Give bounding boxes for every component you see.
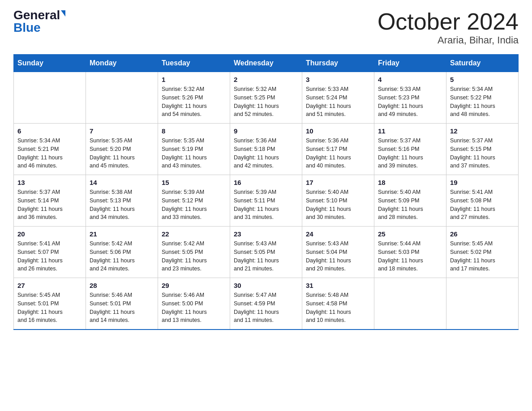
day-info: Sunrise: 5:35 AM Sunset: 5:19 PM Dayligh…: [162, 137, 226, 170]
calendar-cell: 19Sunrise: 5:41 AM Sunset: 5:08 PM Dayli…: [446, 175, 519, 227]
day-of-week-header: Monday: [86, 55, 158, 72]
day-number: 9: [234, 127, 298, 135]
day-info: Sunrise: 5:48 AM Sunset: 4:58 PM Dayligh…: [306, 291, 370, 325]
calendar-cell: 1Sunrise: 5:32 AM Sunset: 5:26 PM Daylig…: [158, 72, 230, 124]
day-info: Sunrise: 5:43 AM Sunset: 5:05 PM Dayligh…: [234, 240, 298, 273]
day-number: 15: [162, 179, 226, 186]
location-title: Araria, Bihar, India: [378, 34, 519, 46]
day-of-week-header: Wednesday: [230, 55, 302, 72]
day-info: Sunrise: 5:37 AM Sunset: 5:16 PM Dayligh…: [378, 137, 442, 170]
day-number: 8: [162, 127, 226, 135]
day-number: 28: [90, 282, 154, 289]
calendar-week-row: 20Sunrise: 5:41 AM Sunset: 5:07 PM Dayli…: [14, 227, 519, 278]
day-number: 29: [162, 282, 226, 289]
day-number: 17: [306, 179, 370, 186]
calendar-cell: 2Sunrise: 5:32 AM Sunset: 5:25 PM Daylig…: [230, 72, 302, 124]
day-info: Sunrise: 5:35 AM Sunset: 5:20 PM Dayligh…: [90, 137, 154, 170]
day-number: 13: [17, 179, 82, 186]
calendar-cell: [446, 278, 519, 330]
calendar-cell: 14Sunrise: 5:38 AM Sunset: 5:13 PM Dayli…: [86, 175, 158, 227]
calendar-cell: 18Sunrise: 5:40 AM Sunset: 5:09 PM Dayli…: [374, 175, 446, 227]
day-info: Sunrise: 5:44 AM Sunset: 5:03 PM Dayligh…: [378, 240, 442, 273]
day-info: Sunrise: 5:46 AM Sunset: 5:00 PM Dayligh…: [162, 291, 226, 325]
logo-triangle-icon: [61, 10, 65, 17]
day-info: Sunrise: 5:33 AM Sunset: 5:24 PM Dayligh…: [306, 85, 370, 119]
day-info: Sunrise: 5:34 AM Sunset: 5:21 PM Dayligh…: [17, 137, 82, 170]
day-info: Sunrise: 5:40 AM Sunset: 5:10 PM Dayligh…: [306, 188, 370, 222]
calendar-week-row: 27Sunrise: 5:45 AM Sunset: 5:01 PM Dayli…: [14, 278, 519, 330]
day-number: 4: [378, 76, 442, 83]
day-info: Sunrise: 5:43 AM Sunset: 5:04 PM Dayligh…: [306, 240, 370, 273]
day-number: 7: [90, 127, 154, 135]
day-info: Sunrise: 5:42 AM Sunset: 5:05 PM Dayligh…: [162, 240, 226, 273]
day-number: 30: [234, 282, 298, 289]
page-header: General Blue October 2024 Araria, Bihar,…: [13, 9, 519, 46]
day-info: Sunrise: 5:41 AM Sunset: 5:07 PM Dayligh…: [17, 240, 82, 273]
calendar-cell: 16Sunrise: 5:39 AM Sunset: 5:11 PM Dayli…: [230, 175, 302, 227]
day-of-week-header: Sunday: [14, 55, 86, 72]
day-info: Sunrise: 5:47 AM Sunset: 4:59 PM Dayligh…: [234, 291, 298, 325]
calendar-cell: 15Sunrise: 5:39 AM Sunset: 5:12 PM Dayli…: [158, 175, 230, 227]
day-info: Sunrise: 5:36 AM Sunset: 5:17 PM Dayligh…: [306, 137, 370, 170]
calendar-cell: 11Sunrise: 5:37 AM Sunset: 5:16 PM Dayli…: [374, 124, 446, 175]
calendar-cell: 21Sunrise: 5:42 AM Sunset: 5:06 PM Dayli…: [86, 227, 158, 278]
day-number: 18: [378, 179, 442, 186]
calendar-cell: 26Sunrise: 5:45 AM Sunset: 5:02 PM Dayli…: [446, 227, 519, 278]
calendar-cell: 31Sunrise: 5:48 AM Sunset: 4:58 PM Dayli…: [302, 278, 374, 330]
day-number: 14: [90, 179, 154, 186]
day-info: Sunrise: 5:46 AM Sunset: 5:01 PM Dayligh…: [90, 291, 154, 325]
day-info: Sunrise: 5:34 AM Sunset: 5:22 PM Dayligh…: [450, 85, 515, 119]
day-of-week-header: Tuesday: [158, 55, 230, 72]
calendar-cell: 10Sunrise: 5:36 AM Sunset: 5:17 PM Dayli…: [302, 124, 374, 175]
day-number: 5: [450, 76, 515, 83]
calendar-cell: 9Sunrise: 5:36 AM Sunset: 5:18 PM Daylig…: [230, 124, 302, 175]
day-info: Sunrise: 5:38 AM Sunset: 5:13 PM Dayligh…: [90, 188, 154, 222]
calendar-week-row: 13Sunrise: 5:37 AM Sunset: 5:14 PM Dayli…: [14, 175, 519, 227]
day-of-week-header: Friday: [374, 55, 446, 72]
day-info: Sunrise: 5:39 AM Sunset: 5:11 PM Dayligh…: [234, 188, 298, 222]
calendar-cell: 17Sunrise: 5:40 AM Sunset: 5:10 PM Dayli…: [302, 175, 374, 227]
calendar-cell: 28Sunrise: 5:46 AM Sunset: 5:01 PM Dayli…: [86, 278, 158, 330]
month-title: October 2024: [378, 9, 519, 34]
calendar-cell: 3Sunrise: 5:33 AM Sunset: 5:24 PM Daylig…: [302, 72, 374, 124]
calendar-header-row: SundayMondayTuesdayWednesdayThursdayFrid…: [14, 55, 519, 72]
calendar-cell: 8Sunrise: 5:35 AM Sunset: 5:19 PM Daylig…: [158, 124, 230, 175]
day-of-week-header: Saturday: [446, 55, 519, 72]
day-number: 31: [306, 282, 370, 289]
calendar-cell: 22Sunrise: 5:42 AM Sunset: 5:05 PM Dayli…: [158, 227, 230, 278]
day-info: Sunrise: 5:37 AM Sunset: 5:15 PM Dayligh…: [450, 137, 515, 170]
calendar-cell: 24Sunrise: 5:43 AM Sunset: 5:04 PM Dayli…: [302, 227, 374, 278]
title-block: October 2024 Araria, Bihar, India: [378, 9, 519, 46]
calendar-cell: [86, 72, 158, 124]
calendar-cell: 30Sunrise: 5:47 AM Sunset: 4:59 PM Dayli…: [230, 278, 302, 330]
day-number: 2: [234, 76, 298, 83]
calendar-cell: 4Sunrise: 5:33 AM Sunset: 5:23 PM Daylig…: [374, 72, 446, 124]
day-number: 25: [378, 230, 442, 238]
calendar-cell: 5Sunrise: 5:34 AM Sunset: 5:22 PM Daylig…: [446, 72, 519, 124]
day-number: 11: [378, 127, 442, 135]
day-info: Sunrise: 5:39 AM Sunset: 5:12 PM Dayligh…: [162, 188, 226, 222]
day-info: Sunrise: 5:32 AM Sunset: 5:25 PM Dayligh…: [234, 85, 298, 119]
day-info: Sunrise: 5:32 AM Sunset: 5:26 PM Dayligh…: [162, 85, 226, 119]
day-number: 19: [450, 179, 515, 186]
day-number: 26: [450, 230, 515, 238]
day-number: 23: [234, 230, 298, 238]
day-number: 20: [17, 230, 82, 238]
day-number: 3: [306, 76, 370, 83]
day-info: Sunrise: 5:41 AM Sunset: 5:08 PM Dayligh…: [450, 188, 515, 222]
calendar-week-row: 6Sunrise: 5:34 AM Sunset: 5:21 PM Daylig…: [14, 124, 519, 175]
day-info: Sunrise: 5:45 AM Sunset: 5:01 PM Dayligh…: [17, 291, 82, 325]
calendar-cell: 23Sunrise: 5:43 AM Sunset: 5:05 PM Dayli…: [230, 227, 302, 278]
day-of-week-header: Thursday: [302, 55, 374, 72]
calendar-cell: [14, 72, 86, 124]
calendar-cell: 20Sunrise: 5:41 AM Sunset: 5:07 PM Dayli…: [14, 227, 86, 278]
day-info: Sunrise: 5:42 AM Sunset: 5:06 PM Dayligh…: [90, 240, 154, 273]
day-info: Sunrise: 5:36 AM Sunset: 5:18 PM Dayligh…: [234, 137, 298, 170]
day-number: 21: [90, 230, 154, 238]
calendar-cell: 7Sunrise: 5:35 AM Sunset: 5:20 PM Daylig…: [86, 124, 158, 175]
day-number: 27: [17, 282, 82, 289]
day-info: Sunrise: 5:33 AM Sunset: 5:23 PM Dayligh…: [378, 85, 442, 119]
calendar-cell: 29Sunrise: 5:46 AM Sunset: 5:00 PM Dayli…: [158, 278, 230, 330]
day-number: 12: [450, 127, 515, 135]
logo-general-text: General: [13, 9, 60, 21]
